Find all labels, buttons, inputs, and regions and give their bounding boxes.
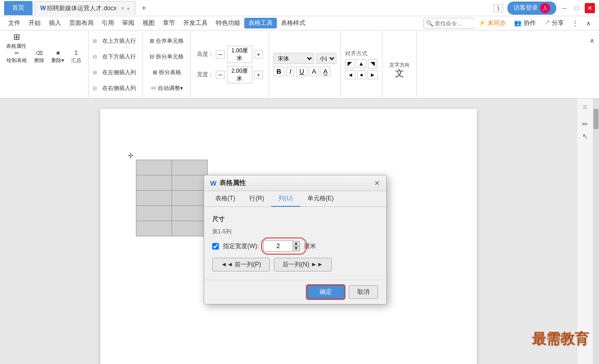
- table-properties-btn[interactable]: ⊞表格属性: [4, 34, 28, 48]
- table-cell[interactable]: [136, 206, 172, 221]
- table-row: [136, 206, 207, 221]
- table-cell[interactable]: [172, 191, 207, 206]
- dialog-close-btn[interactable]: ✕: [374, 179, 380, 187]
- ribbon-area: ⊞表格属性 ✏绘制表格 ⌫擦除 ✖删除▾ Σ汇总 ⊞ 在上方插入行 ⊟ 在下方插…: [0, 31, 599, 99]
- tab-modified: ●: [127, 6, 130, 11]
- highlight-btn[interactable]: A̲: [321, 67, 330, 76]
- width-checkbox[interactable]: [212, 243, 219, 250]
- align-tc[interactable]: ▲: [356, 59, 366, 68]
- tab-doc[interactable]: W 招聘新媒体运营人才.docx ✕ ●: [35, 1, 135, 15]
- spin-up-btn[interactable]: ▲: [293, 241, 300, 246]
- tab-col[interactable]: 列(U): [271, 191, 300, 207]
- dialog-header: W 表格属性 ✕: [204, 175, 386, 191]
- align-ml[interactable]: ◄: [345, 70, 356, 79]
- cancel-button[interactable]: 取消: [349, 285, 378, 299]
- height-label: 高度：: [197, 50, 214, 58]
- draw-table-btn[interactable]: ✏绘制表格: [4, 50, 30, 64]
- menu-collab[interactable]: 👥 协作: [510, 18, 539, 28]
- split-table-btn[interactable]: ⊞ 拆分表格: [147, 65, 186, 79]
- underline-btn[interactable]: U: [296, 67, 307, 76]
- table-cell[interactable]: [136, 160, 172, 175]
- tab-add-btn[interactable]: +: [138, 4, 149, 13]
- vertical-scrollbar[interactable]: [593, 99, 599, 364]
- table-cell[interactable]: [136, 191, 172, 206]
- maximize-button[interactable]: □: [573, 4, 581, 12]
- menu-not-sync[interactable]: ⚡ 未同步: [474, 18, 510, 28]
- edit-icon[interactable]: ✏: [582, 120, 588, 128]
- tab-table[interactable]: 表格(T): [208, 191, 242, 207]
- table-cell[interactable]: [172, 175, 207, 191]
- text-direction-btn[interactable]: 文文字方向: [387, 57, 412, 72]
- width-minus[interactable]: ─: [216, 71, 225, 79]
- width-spinner[interactable]: ▲ ▼: [293, 241, 300, 251]
- width-value-input[interactable]: [263, 240, 294, 252]
- erase-btn[interactable]: ⌫擦除: [32, 50, 47, 64]
- login-button[interactable]: 访客登录 人: [507, 2, 556, 15]
- next-col-btn[interactable]: 后一列(N) ►►: [274, 258, 332, 271]
- menu-dev-tools[interactable]: 开发工具: [179, 18, 212, 28]
- menu-collapse[interactable]: ∧: [582, 19, 595, 28]
- tab-home[interactable]: 首页: [4, 1, 33, 15]
- merge-cells-btn[interactable]: ⊞ 合并单元格: [147, 34, 186, 48]
- cursor-icon[interactable]: ↖: [582, 132, 588, 140]
- menu-more[interactable]: ⋮: [568, 19, 582, 28]
- table-row: [136, 175, 207, 191]
- search-command-input[interactable]: [435, 20, 475, 26]
- menu-start[interactable]: 开始: [24, 18, 45, 28]
- menu-chapter[interactable]: 章节: [159, 18, 179, 28]
- font-color-btn[interactable]: A: [309, 67, 319, 76]
- align-tr[interactable]: ◥: [368, 59, 377, 69]
- prev-col-btn[interactable]: ◄◄ 前一列(P): [212, 258, 270, 271]
- menu-reference[interactable]: 引用: [98, 18, 118, 28]
- table-cell[interactable]: [172, 160, 207, 175]
- align-mc[interactable]: ●: [357, 70, 366, 79]
- insert-col-left-btn[interactable]: 在左侧插入列: [100, 65, 138, 79]
- font-size-select[interactable]: 小四: [316, 53, 336, 64]
- right-panel: ≡ ✏ ↖ ?: [577, 99, 593, 364]
- minimize-button[interactable]: ─: [560, 4, 568, 12]
- menu-view[interactable]: 视图: [138, 18, 159, 28]
- menu-table-tools[interactable]: 表格工具: [244, 18, 277, 28]
- insert-row-above-btn[interactable]: 在上方插入行: [100, 34, 138, 48]
- table-cell[interactable]: [136, 221, 172, 236]
- auto-adjust-btn[interactable]: ⇔ 自动调整▾: [147, 81, 186, 95]
- tab-row[interactable]: 行(R): [242, 191, 271, 207]
- table-move-handle[interactable]: ✛: [128, 151, 134, 160]
- title-right: 1 访客登录 人 ─ □ ✕: [493, 2, 595, 15]
- scroll-thumb[interactable]: [593, 109, 598, 129]
- height-minus[interactable]: ─: [216, 50, 225, 58]
- font-name-select[interactable]: 宋体: [273, 53, 314, 64]
- tab-close-btn[interactable]: ✕: [121, 6, 125, 11]
- close-button[interactable]: ✕: [585, 3, 595, 13]
- bold-btn[interactable]: B: [273, 67, 284, 76]
- menu-review[interactable]: 审阅: [118, 18, 138, 28]
- menu-share[interactable]: ↗ 分享: [540, 18, 568, 28]
- spin-down-btn[interactable]: ▼: [293, 246, 300, 251]
- italic-btn[interactable]: I: [287, 67, 295, 76]
- menu-insert[interactable]: 插入: [45, 18, 65, 28]
- main-body: ✛ 📋 ≡ ✏ ↖ ? W 表格属性 ✕ 表格(T) 行(R) 列(U) 单元格…: [0, 99, 599, 364]
- ok-button[interactable]: 确定: [307, 285, 345, 299]
- align-mr[interactable]: ►: [367, 70, 378, 79]
- align-tl[interactable]: ◤: [345, 59, 354, 69]
- table-cell[interactable]: [136, 175, 172, 191]
- ribbon-collapse-btn[interactable]: ∧: [587, 34, 597, 48]
- menu-file[interactable]: 文件: [4, 18, 24, 28]
- delete-btn[interactable]: ✖删除▾: [49, 50, 67, 64]
- search-command-wrap[interactable]: 🔍: [423, 18, 474, 29]
- sum-btn[interactable]: Σ汇总: [69, 50, 84, 64]
- menu-bar: 文件 开始 插入 页面布局 引用 审阅 视图 章节 开发工具 特色功能 表格工具…: [0, 16, 599, 31]
- tab-cell[interactable]: 单元格(E): [300, 191, 341, 207]
- menu-table-style[interactable]: 表格样式: [277, 18, 309, 28]
- split-cells-btn[interactable]: ⊟ 拆分单元格: [147, 49, 186, 64]
- insert-col-right-btn[interactable]: 在右侧插入列: [100, 81, 138, 95]
- table-cell[interactable]: [172, 221, 207, 236]
- menu-special[interactable]: 特色功能: [212, 18, 244, 28]
- height-plus[interactable]: +: [254, 50, 263, 58]
- menu-page-layout[interactable]: 页面布局: [65, 18, 98, 28]
- insert-row-below-btn[interactable]: 在下方插入行: [100, 49, 138, 64]
- nav-buttons: ◄◄ 前一列(P) 后一列(N) ►►: [212, 258, 378, 271]
- table-cell[interactable]: [172, 206, 207, 221]
- width-plus[interactable]: +: [254, 71, 263, 79]
- filter-icon[interactable]: ≡: [583, 103, 587, 112]
